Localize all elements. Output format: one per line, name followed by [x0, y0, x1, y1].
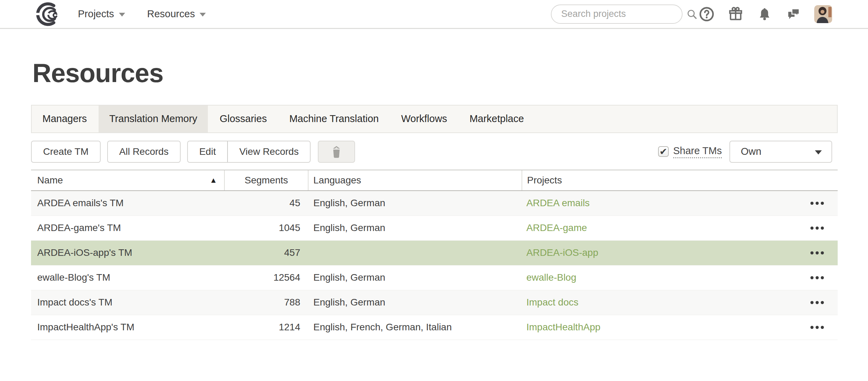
- help-icon[interactable]: [698, 6, 715, 22]
- row-actions-ellipsis-icon[interactable]: [810, 200, 825, 207]
- search-box: [551, 4, 683, 24]
- nav-resources-label: Resources: [147, 8, 195, 20]
- table-row[interactable]: ARDEA-iOS-app's TM 457 ARDEA-iOS-app: [31, 241, 838, 265]
- tm-languages: English, German: [309, 290, 522, 315]
- view-records-button[interactable]: View Records: [228, 141, 311, 163]
- tm-languages: English, German: [309, 265, 522, 290]
- row-actions-ellipsis-icon[interactable]: [810, 249, 825, 257]
- project-link[interactable]: Impact docs: [526, 297, 578, 308]
- nav-projects-menu[interactable]: Projects: [78, 8, 125, 20]
- edit-view-button-group: Edit View Records: [187, 141, 311, 163]
- tm-segments-count: 1045: [224, 216, 309, 240]
- table-body: ARDEA emails's TM 45 English, German ARD…: [31, 191, 838, 340]
- project-link[interactable]: ImpactHealthApp: [526, 322, 600, 333]
- tm-toolbar: Create TM All Records Edit View Records …: [31, 141, 838, 163]
- share-tms-checkbox[interactable]: ✔: [658, 146, 669, 157]
- select-caret-icon: [815, 150, 822, 154]
- tab-workflows[interactable]: Workflows: [391, 106, 458, 132]
- project-link[interactable]: ARDEA-game: [526, 222, 587, 233]
- table-header: Name ▲ Segments Languages Projects: [31, 170, 838, 191]
- tm-segments-count: 12564: [224, 265, 309, 290]
- bell-icon[interactable]: [756, 6, 773, 22]
- tm-name: ImpactHealthApp's TM: [31, 315, 224, 340]
- share-tms-label[interactable]: Share TMs: [673, 145, 722, 158]
- tm-languages: [309, 241, 522, 265]
- trash-icon: [330, 145, 343, 159]
- table-row[interactable]: ARDEA-game's TM 1045 English, German ARD…: [31, 216, 838, 241]
- tm-name: ewalle-Blog's TM: [31, 265, 224, 290]
- user-avatar[interactable]: [814, 5, 832, 23]
- project-link[interactable]: ewalle-Blog: [526, 272, 576, 283]
- share-tms-control: ✔ Share TMs: [658, 145, 722, 158]
- table-row[interactable]: ewalle-Blog's TM 12564 English, German e…: [31, 265, 838, 290]
- nav-icon-group: [698, 6, 802, 22]
- gift-icon[interactable]: [727, 6, 744, 22]
- project-link[interactable]: ARDEA emails: [526, 198, 590, 209]
- resource-tabs: ManagersTranslation MemoryGlossariesMach…: [31, 105, 838, 133]
- chevron-down-icon: [200, 13, 206, 17]
- column-header-languages[interactable]: Languages: [309, 170, 522, 190]
- row-actions-ellipsis-icon[interactable]: [810, 224, 825, 232]
- main-content: Resources ManagersTranslation MemoryGlos…: [0, 59, 868, 340]
- row-actions-ellipsis-icon[interactable]: [810, 274, 825, 281]
- search-input[interactable]: [552, 9, 686, 19]
- crowdin-logo-icon[interactable]: [32, 2, 60, 27]
- tm-languages: English, German: [309, 191, 522, 215]
- logo-slit: [32, 13, 40, 15]
- sort-asc-icon: ▲: [210, 176, 217, 185]
- tm-segments-count: 788: [224, 290, 309, 315]
- tab-glossaries[interactable]: Glossaries: [209, 106, 277, 132]
- tm-name: ARDEA-game's TM: [31, 216, 224, 240]
- edit-button[interactable]: Edit: [187, 141, 228, 163]
- ownership-filter-value: Own: [741, 146, 761, 157]
- table-row[interactable]: ImpactHealthApp's TM 1214 English, Frenc…: [31, 315, 838, 340]
- all-records-button[interactable]: All Records: [107, 141, 181, 163]
- table-row[interactable]: ARDEA emails's TM 45 English, German ARD…: [31, 191, 838, 216]
- column-header-projects[interactable]: Projects: [522, 170, 838, 190]
- tm-table: Name ▲ Segments Languages Projects ARDEA…: [31, 170, 838, 340]
- nav-resources-menu[interactable]: Resources: [147, 8, 206, 20]
- column-header-name[interactable]: Name ▲: [31, 170, 224, 190]
- tm-name: ARDEA emails's TM: [31, 191, 224, 215]
- top-navigation: Projects Resources: [0, 0, 868, 29]
- table-row[interactable]: Impact docs's TM 788 English, German Imp…: [31, 290, 838, 315]
- nav-projects-label: Projects: [78, 8, 114, 20]
- ownership-filter-select[interactable]: Own: [729, 141, 832, 163]
- row-actions-ellipsis-icon[interactable]: [810, 299, 825, 306]
- tab-machine-translation[interactable]: Machine Translation: [279, 106, 390, 132]
- tab-managers[interactable]: Managers: [32, 106, 98, 132]
- tm-segments-count: 45: [224, 191, 309, 215]
- tm-name: Impact docs's TM: [31, 290, 224, 315]
- tm-segments-count: 1214: [224, 315, 309, 340]
- column-header-segments[interactable]: Segments: [224, 170, 309, 190]
- page-title: Resources: [32, 59, 838, 88]
- tab-marketplace[interactable]: Marketplace: [459, 106, 535, 132]
- delete-tm-button[interactable]: [318, 141, 355, 163]
- create-tm-button[interactable]: Create TM: [31, 141, 101, 163]
- search-icon[interactable]: [686, 8, 698, 20]
- row-actions-ellipsis-icon[interactable]: [810, 324, 825, 331]
- tm-languages: English, French, German, Italian: [309, 315, 522, 340]
- tab-translation-memory[interactable]: Translation Memory: [99, 106, 208, 132]
- project-link[interactable]: ARDEA-iOS-app: [526, 247, 598, 258]
- tm-segments-count: 457: [224, 241, 309, 265]
- chat-icon[interactable]: [785, 6, 802, 22]
- tm-name: ARDEA-iOS-app's TM: [31, 241, 224, 265]
- tm-languages: English, German: [309, 216, 522, 240]
- chevron-down-icon: [119, 13, 125, 17]
